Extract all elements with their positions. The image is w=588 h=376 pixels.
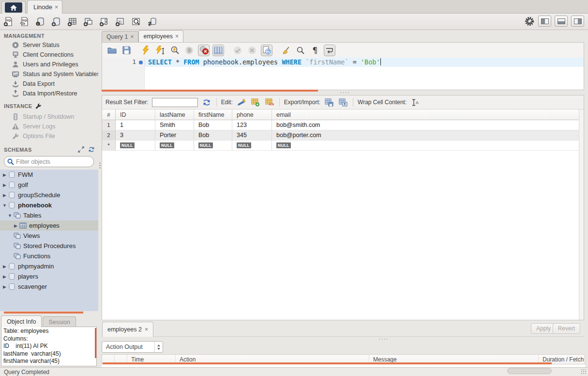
window-resize-grip[interactable] bbox=[581, 369, 587, 375]
wrap-text-button[interactable] bbox=[324, 45, 335, 56]
save-button[interactable] bbox=[121, 45, 132, 56]
tree-item-schema[interactable]: ▶ scavenger bbox=[0, 282, 98, 292]
sidebar-item-client-connections[interactable]: Client Connections bbox=[0, 50, 98, 60]
collapsed-arrow-icon[interactable]: ▶ bbox=[2, 274, 7, 279]
toggle-bottom-panel-button[interactable] bbox=[555, 16, 568, 27]
collapsed-arrow-icon[interactable]: ▶ bbox=[2, 264, 7, 269]
add-row-button[interactable] bbox=[250, 97, 261, 107]
tree-item-views-folder[interactable]: Views bbox=[0, 231, 98, 241]
sidebar-item-status-system-variables[interactable]: Status and System Variables bbox=[0, 69, 98, 79]
find-button[interactable] bbox=[295, 45, 306, 56]
home-tab[interactable] bbox=[1, 1, 26, 14]
create-procedure-button[interactable] bbox=[99, 16, 109, 27]
stop-button[interactable] bbox=[183, 45, 195, 56]
column-header-num[interactable]: # bbox=[102, 110, 116, 120]
table-row[interactable]: 2 3 Porter Bob 345 bob@porter.com bbox=[102, 130, 579, 141]
new-row-placeholder[interactable]: * NULL NULL NULL NULL NULL bbox=[102, 141, 579, 151]
expanded-arrow-icon[interactable]: ▼ bbox=[7, 213, 13, 218]
tree-item-schema[interactable]: ▶ groupSchedule bbox=[0, 190, 98, 200]
sidebar-splitter[interactable] bbox=[98, 30, 102, 367]
grid-vertical-scrollbar[interactable] bbox=[579, 110, 584, 320]
result-set-tab[interactable]: employees 2 × bbox=[102, 322, 153, 337]
editor-result-splitter[interactable] bbox=[340, 92, 350, 94]
horizontal-scrollbar-thumb[interactable] bbox=[507, 368, 552, 374]
tab-employees[interactable]: employees × bbox=[138, 30, 183, 42]
revert-button[interactable]: Revert bbox=[553, 323, 580, 334]
sidebar-item-users-privileges[interactable]: Users and Privileges bbox=[0, 60, 98, 69]
wrap-cell-content-button[interactable]: A bbox=[410, 97, 421, 107]
refresh-schemas-icon[interactable] bbox=[88, 146, 95, 153]
tree-item-functions-folder[interactable]: Functions bbox=[0, 251, 98, 261]
new-query-tab-button[interactable]: SQL bbox=[3, 16, 14, 27]
sidebar-item-data-import[interactable]: Data Import/Restore bbox=[0, 89, 98, 98]
tree-item-schema[interactable]: ▶ phpmyadmin bbox=[0, 261, 98, 271]
collapsed-arrow-icon[interactable]: ▶ bbox=[2, 284, 7, 289]
editor-hscroll-indicator[interactable] bbox=[102, 90, 318, 92]
sidebar-item-server-logs[interactable]: Server Logs bbox=[0, 122, 98, 131]
commit-button[interactable] bbox=[232, 45, 243, 56]
rollback-button[interactable] bbox=[246, 45, 258, 56]
table-row[interactable]: 1 1 Smith Bob 123 bob@smith.com bbox=[102, 120, 579, 130]
delete-row-button[interactable] bbox=[264, 97, 275, 107]
tab-query-1[interactable]: Query 1 × bbox=[102, 31, 138, 42]
collapsed-arrow-icon[interactable]: ▶ bbox=[13, 223, 18, 228]
tree-item-table-employees[interactable]: ▶ employees bbox=[0, 220, 98, 231]
tree-item-tables-folder[interactable]: ▼ Tables bbox=[0, 210, 98, 220]
connection-tab[interactable]: Linode × bbox=[27, 0, 62, 14]
output-hscroll-indicator[interactable] bbox=[103, 362, 552, 364]
create-function-button[interactable]: f() bbox=[115, 16, 125, 27]
execute-button[interactable] bbox=[140, 45, 151, 56]
sidebar-item-server-status[interactable]: Server Status bbox=[0, 40, 98, 50]
sql-code-editor[interactable]: 1 SELECT * FROM phonebook.employees WHER… bbox=[102, 58, 584, 90]
selector-spinner[interactable] bbox=[154, 342, 163, 352]
collapsed-arrow-icon[interactable]: ▶ bbox=[2, 183, 7, 188]
info-scrollbar[interactable] bbox=[95, 328, 96, 358]
schema-inspector-button[interactable]: i bbox=[35, 16, 45, 27]
tree-item-schema[interactable]: ▶ golf bbox=[0, 180, 98, 190]
collapsed-arrow-icon[interactable]: ▶ bbox=[2, 193, 7, 198]
collapsed-arrow-icon[interactable]: ▶ bbox=[2, 172, 7, 177]
expand-panel-icon[interactable] bbox=[78, 146, 84, 153]
tree-item-schema[interactable]: ▶ players bbox=[0, 271, 98, 282]
close-icon[interactable]: × bbox=[130, 33, 134, 40]
beautify-button[interactable] bbox=[280, 45, 292, 56]
tab-object-info[interactable]: Object Info bbox=[1, 315, 42, 327]
column-header-id[interactable]: ID bbox=[116, 110, 155, 120]
column-header-lastname[interactable]: lastName bbox=[155, 110, 194, 120]
data-transfer-button[interactable] bbox=[147, 16, 157, 27]
column-header-email[interactable]: email bbox=[272, 110, 579, 120]
open-file-button[interactable] bbox=[106, 45, 118, 56]
expanded-arrow-icon[interactable]: ▼ bbox=[2, 203, 7, 208]
result-output-splitter[interactable] bbox=[378, 338, 389, 340]
export-recordset-button[interactable] bbox=[324, 97, 334, 107]
column-header-phone[interactable]: phone bbox=[232, 110, 272, 120]
close-icon[interactable]: × bbox=[55, 4, 58, 11]
refresh-results-button[interactable] bbox=[201, 97, 212, 107]
import-recordset-button[interactable] bbox=[338, 97, 348, 107]
create-schema-button[interactable] bbox=[51, 16, 61, 27]
tab-session[interactable]: Session bbox=[43, 316, 75, 327]
column-header-firstname[interactable]: firstName bbox=[194, 110, 232, 120]
schema-filter-input[interactable] bbox=[16, 158, 90, 165]
toggle-left-panel-button[interactable] bbox=[538, 16, 551, 27]
sidebar-item-data-export[interactable]: Data Export bbox=[0, 79, 98, 89]
toggle-autocommit-button[interactable] bbox=[261, 45, 272, 56]
tree-item-stored-procedures-folder[interactable]: Stored Procedures bbox=[0, 241, 98, 251]
result-filter-input[interactable] bbox=[152, 98, 198, 107]
limit-rows-button[interactable] bbox=[212, 45, 224, 56]
explain-button[interactable] bbox=[169, 45, 181, 56]
close-icon[interactable]: × bbox=[145, 326, 148, 333]
toggle-right-panel-button[interactable] bbox=[571, 16, 584, 27]
edit-cell-button[interactable] bbox=[236, 97, 247, 107]
create-table-button[interactable] bbox=[67, 16, 77, 27]
sidebar-item-startup-shutdown[interactable]: Startup / Shutdown bbox=[0, 112, 98, 122]
tree-item-schema-phonebook[interactable]: ▼ phonebook bbox=[0, 200, 98, 210]
search-data-button[interactable] bbox=[131, 16, 141, 27]
execute-current-button[interactable] bbox=[154, 45, 166, 56]
preferences-button[interactable] bbox=[524, 16, 535, 27]
toggle-stop-on-error-button[interactable] bbox=[198, 45, 210, 56]
open-sql-script-button[interactable]: SQL bbox=[19, 16, 30, 27]
tree-item-schema[interactable]: ▶ FWM bbox=[0, 170, 98, 180]
output-selector[interactable]: Action Output bbox=[102, 341, 163, 353]
create-view-button[interactable] bbox=[83, 16, 93, 27]
